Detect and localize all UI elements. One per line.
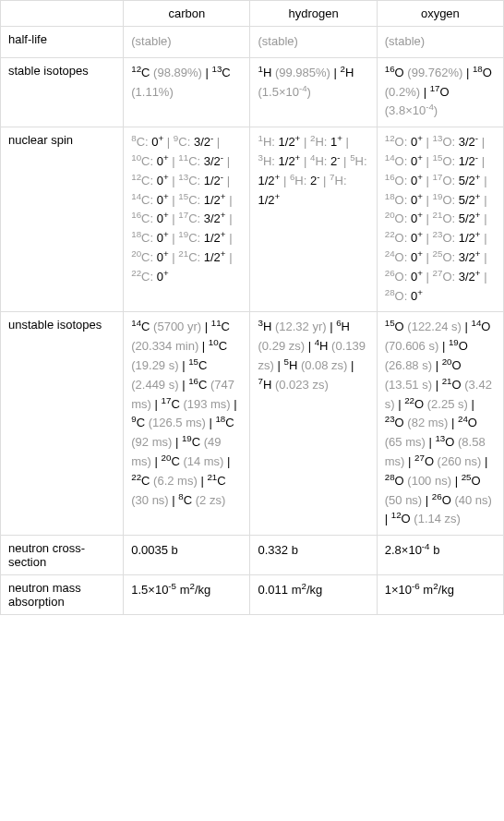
row-label-unstable-isotopes: unstable isotopes <box>1 312 124 536</box>
cell-halflife-oxygen: (stable) <box>377 27 503 58</box>
table-row: neutron mass absorption 1.5×10-5 m2/kg 0… <box>1 575 504 615</box>
cell-neutron-mass-absorption-carbon: 1.5×10-5 m2/kg <box>124 575 250 615</box>
element-properties-table: carbon hydrogen oxygen half-life (stable… <box>0 0 504 615</box>
cell-unstable-isotopes-hydrogen: 3H (12.32 yr) | 6H (0.29 zs) | 4H (0.139… <box>250 312 377 536</box>
row-label-stable-isotopes: stable isotopes <box>1 57 124 127</box>
table-row: half-life (stable) (stable) (stable) <box>1 27 504 58</box>
cell-stable-isotopes-hydrogen: 1H (99.985%) | 2H (1.5×10-4) <box>250 57 377 127</box>
table-row: stable isotopes 12C (98.89%) | 13C (1.11… <box>1 57 504 127</box>
header-hydrogen: hydrogen <box>250 1 377 27</box>
cell-neutron-mass-absorption-oxygen: 1×10-6 m2/kg <box>377 575 503 615</box>
cell-stable-isotopes-oxygen: 16O (99.762%) | 18O (0.2%) | 17O (3.8×10… <box>377 57 503 127</box>
table-row: unstable isotopes 14C (5700 yr) | 11C (2… <box>1 312 504 536</box>
cell-neutron-cross-section-carbon: 0.0035 b <box>124 536 250 575</box>
row-label-neutron-cross-section: neutron cross-section <box>1 536 124 575</box>
table-row: nuclear spin 8C: 0+ | 9C: 3/2- | 10C: 0+… <box>1 127 504 312</box>
row-label-neutron-mass-absorption: neutron mass absorption <box>1 575 124 615</box>
cell-nuclear-spin-hydrogen: 1H: 1/2+ | 2H: 1+ | 3H: 1/2+ | 4H: 2- | … <box>250 127 377 312</box>
header-carbon: carbon <box>124 1 250 27</box>
header-empty <box>1 1 124 27</box>
cell-nuclear-spin-oxygen: 12O: 0+ | 13O: 3/2- | 14O: 0+ | 15O: 1/2… <box>377 127 503 312</box>
table-header-row: carbon hydrogen oxygen <box>1 1 504 27</box>
cell-unstable-isotopes-oxygen: 15O (122.24 s) | 14O (70.606 s) | 19O (2… <box>377 312 503 536</box>
cell-neutron-cross-section-oxygen: 2.8×10-4 b <box>377 536 503 575</box>
cell-nuclear-spin-carbon: 8C: 0+ | 9C: 3/2- | 10C: 0+ | 11C: 3/2- … <box>124 127 250 312</box>
cell-halflife-carbon: (stable) <box>124 27 250 58</box>
cell-neutron-cross-section-hydrogen: 0.332 b <box>250 536 377 575</box>
row-label-nuclear-spin: nuclear spin <box>1 127 124 312</box>
header-oxygen: oxygen <box>377 1 503 27</box>
table-row: neutron cross-section 0.0035 b 0.332 b 2… <box>1 536 504 575</box>
cell-neutron-mass-absorption-hydrogen: 0.011 m2/kg <box>250 575 377 615</box>
cell-unstable-isotopes-carbon: 14C (5700 yr) | 11C (20.334 min) | 10C (… <box>124 312 250 536</box>
row-label-halflife: half-life <box>1 27 124 58</box>
cell-halflife-hydrogen: (stable) <box>250 27 377 58</box>
cell-stable-isotopes-carbon: 12C (98.89%) | 13C (1.11%) <box>124 57 250 127</box>
